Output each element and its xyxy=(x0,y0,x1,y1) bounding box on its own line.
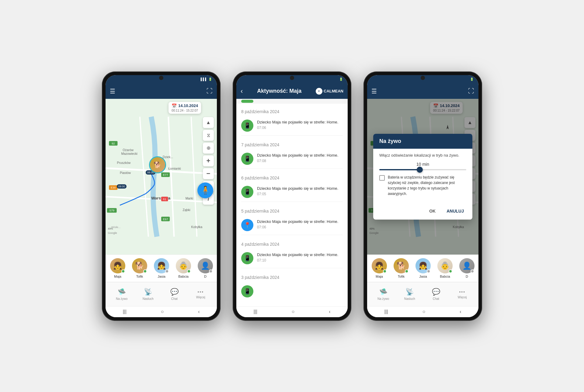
contact-name-tofik-1: Tofik xyxy=(136,275,143,278)
activity-date-6: 3 października 2024 xyxy=(241,272,343,282)
menu-icon-3[interactable]: ☰ xyxy=(371,88,377,95)
contact-d-1[interactable]: 👤 D xyxy=(196,258,214,278)
svg-text:Google: Google xyxy=(108,231,117,234)
phone1-screen: ▌▌▌ 🔋 ☰ ⛶ Ożarów xyxy=(106,75,217,317)
nav-nasluch-1[interactable]: 📡 Nasluch xyxy=(135,288,162,300)
activity-item-2[interactable]: 📱 Dziecko Maja nie pojawiło się w strefi… xyxy=(236,150,348,167)
zoom-out-btn-1[interactable]: − xyxy=(203,168,214,179)
nav-wiecej-3[interactable]: ••• Więcej xyxy=(449,290,476,299)
activity-icon-3: 📱 xyxy=(241,186,253,198)
contact-jasia-1[interactable]: 👧 Jasia xyxy=(152,258,171,278)
contact-avatar-tofik-3: 🐕 xyxy=(394,258,409,273)
layers-btn-1[interactable]: ⧖ xyxy=(203,130,214,141)
contact-maja-1[interactable]: 👧 Maja xyxy=(109,258,127,278)
android-recent-1[interactable]: ||| xyxy=(116,308,132,316)
activity-text-main-4: Dziecko Maja nie pojawiło się w strefie:… xyxy=(257,219,343,224)
contact-online-maja-3 xyxy=(383,269,387,273)
activity-item-6[interactable]: 📱 xyxy=(236,283,348,300)
activity-text-block-5: Dziecko Maja nie pojawiło się w strefie:… xyxy=(257,252,343,262)
contact-online-tofik-1 xyxy=(143,269,147,273)
date-badge-1[interactable]: 📅 14.10.2024 00:11:24 - 15:22:07 xyxy=(169,102,201,114)
contact-name-babcia-1: Babcia xyxy=(178,275,189,278)
activity-item-1[interactable]: 📱 Dziecko Maja nie pojawiło się w strefi… xyxy=(236,117,348,134)
menu-icon-1[interactable]: ☰ xyxy=(110,88,115,95)
contact-maja-3[interactable]: 👧 Maja xyxy=(370,258,388,278)
dialog-body-3: Włącz odświeżanie lokalizacji w tryb na … xyxy=(373,149,472,204)
app-header-1: ☰ ⛶ xyxy=(106,84,217,99)
nav-wiecej-1[interactable]: ••• Więcej xyxy=(188,290,214,299)
slider-thumb-3[interactable] xyxy=(417,167,423,173)
signal-icon-3: 🔋 xyxy=(470,78,474,81)
time-label-09: 09:00 xyxy=(117,184,127,189)
android-home-1[interactable]: ○ xyxy=(155,308,170,316)
phone2-screen: 🔋 ‹ Aktywność: Maja C CALMEAN 8 paździer… xyxy=(236,75,348,317)
status-icons-3: 🔋 xyxy=(470,78,474,81)
locate-btn-1[interactable]: ⊕ xyxy=(203,143,214,154)
pet-marker-1[interactable]: 🐕 xyxy=(149,156,166,173)
dialog-actions-3: OK ANULUJ xyxy=(373,204,472,220)
nav-chat-3[interactable]: 💬 Chat xyxy=(423,288,449,300)
contact-d-3[interactable]: 👤 D xyxy=(458,258,476,278)
contact-babcia-3[interactable]: 👵 Babcia xyxy=(436,258,454,278)
wifi-icon: 🔋 xyxy=(208,78,212,81)
activity-group-2: 7 października 2024 xyxy=(236,137,348,150)
android-recent-3[interactable]: ||| xyxy=(378,308,394,316)
camera-hole-2 xyxy=(290,76,294,80)
activity-icon-2: 📱 xyxy=(241,153,253,165)
contact-tofik-3[interactable]: 🐕 Tofik xyxy=(392,258,410,278)
contact-offline-jasia-3 xyxy=(427,269,430,273)
activity-icon-4: 📍 xyxy=(241,219,253,231)
activity-time-2: 07:08 xyxy=(257,159,343,163)
expand-icon-1[interactable]: ⛶ xyxy=(207,88,213,95)
dialog-ok-btn-3[interactable]: OK xyxy=(427,207,438,215)
person-btn-1[interactable]: 🧍 xyxy=(197,182,213,198)
expand-icon-3[interactable]: ⛶ xyxy=(468,88,474,95)
activity-group-4: 5 października 2024 xyxy=(236,203,348,217)
slider-track-3[interactable] xyxy=(379,169,466,170)
slider-fill-3 xyxy=(379,169,419,170)
nav-nasluch-3[interactable]: 📡 Nasluch xyxy=(397,288,423,300)
nav-nasluch-label-3: Nasluch xyxy=(404,297,415,300)
contact-tofik-1[interactable]: 🐕 Tofik xyxy=(130,258,149,278)
activity-date-4: 5 października 2024 xyxy=(241,206,343,215)
activity-text-block-2: Dziecko Maja nie pojawiło się w strefie:… xyxy=(257,153,343,163)
activity-icon-symbol-1: 📱 xyxy=(244,122,251,129)
nav-nazywo-1[interactable]: 🛸 Na żywo xyxy=(109,288,135,300)
nav-chat-1[interactable]: 💬 Chat xyxy=(161,288,188,300)
contact-avatar-babcia-1: 👵 xyxy=(176,258,191,273)
nav-nazywo-3[interactable]: 🛸 Na żywo xyxy=(370,288,397,300)
map-area-3: Ożarów Mazowiecki Pruszków Dziek... Pias… xyxy=(367,99,478,255)
activity-item-3[interactable]: 📱 Dziecko Maja nie pojawiło się w strefi… xyxy=(236,183,348,200)
zoom-in-btn-1[interactable]: + xyxy=(203,155,214,166)
contact-avatar-d-3: 👤 xyxy=(459,258,474,273)
activity-divider-3 xyxy=(241,202,343,202)
activity-text-block-1: Dziecko Maja nie pojawiło się w strefie:… xyxy=(257,120,343,130)
android-back-1[interactable]: ‹ xyxy=(192,308,206,316)
back-icon-2[interactable]: ‹ xyxy=(241,87,243,95)
calmean-logo-text-2: CALMEAN xyxy=(324,89,343,93)
calmean-logo-2: C CALMEAN xyxy=(316,88,343,95)
contact-babcia-1[interactable]: 👵 Babcia xyxy=(174,258,193,278)
contact-name-d-3: D xyxy=(466,275,468,278)
contact-name-maja-3: Maja xyxy=(376,275,383,278)
activity-screen-2[interactable]: 8 października 2024 📱 Dziecko Maja nie p… xyxy=(236,99,348,306)
android-home-2[interactable]: ○ xyxy=(286,308,301,316)
dialog-checkbox-3[interactable] xyxy=(379,175,385,181)
activity-divider-5 xyxy=(241,268,343,268)
contact-jasia-3[interactable]: 👧 Jasia xyxy=(414,258,432,278)
status-icons-2: 🔋 xyxy=(339,78,343,81)
android-recent-2[interactable]: ||| xyxy=(247,308,263,316)
activity-item-5[interactable]: 📱 Dziecko Maja nie pojawiło się w strefi… xyxy=(236,250,348,267)
activity-divider-2 xyxy=(241,168,343,169)
contact-online-tofik-3 xyxy=(405,269,408,273)
compass-btn-1[interactable]: ▲ xyxy=(203,117,214,128)
activity-item-4[interactable]: 📍 Dziecko Maja nie pojawiło się w strefi… xyxy=(236,217,348,234)
android-back-2[interactable]: ‹ xyxy=(323,308,336,316)
svg-text:S79: S79 xyxy=(109,209,114,212)
nav-wiecej-label-1: Więcej xyxy=(196,296,205,299)
android-back-3[interactable]: ‹ xyxy=(454,308,467,316)
dialog-cancel-btn-3[interactable]: ANULUJ xyxy=(444,207,466,215)
dialog-overlay-3: Na żywo Włącz odświeżanie lokalizacji w … xyxy=(367,99,478,255)
nav-chat-label-1: Chat xyxy=(171,297,178,300)
android-home-3[interactable]: ○ xyxy=(416,308,432,316)
